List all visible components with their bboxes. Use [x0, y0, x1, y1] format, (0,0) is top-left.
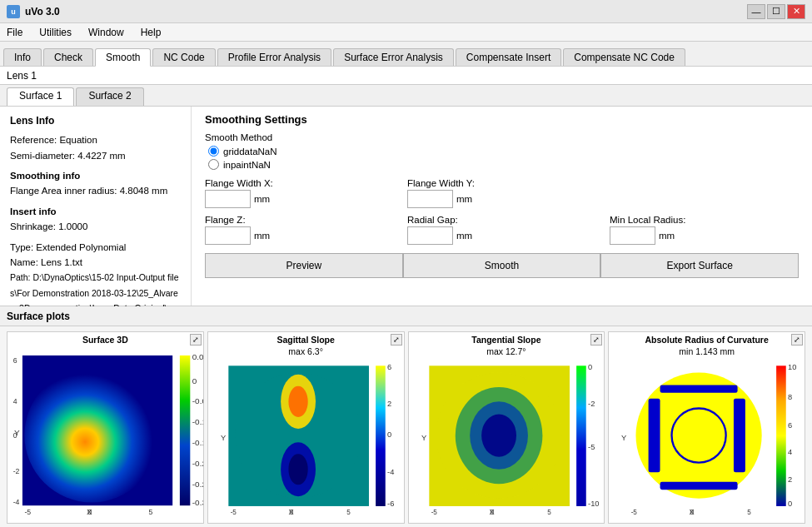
export-surface-button[interactable]: Export Surface — [600, 253, 799, 278]
svg-text:-5: -5 — [431, 510, 437, 517]
svg-text:-4: -4 — [387, 468, 394, 476]
menu-utilities[interactable]: Utilities — [36, 26, 75, 39]
svg-rect-57 — [649, 399, 660, 472]
radio-inpaintNaN[interactable] — [208, 159, 219, 170]
lens-info-heading: Lens Info — [10, 113, 181, 129]
tab-check[interactable]: Check — [43, 48, 93, 66]
svg-text:-0.05: -0.05 — [192, 396, 203, 405]
svg-text:-0.3: -0.3 — [192, 498, 203, 507]
svg-rect-60 — [776, 366, 786, 507]
min-local-radius-group: Min Local Radius: 0 mm — [610, 215, 799, 245]
svg-text:6: 6 — [13, 355, 17, 364]
flange-width-y-input-row: 12 mm — [407, 190, 596, 208]
plot-tangential: ⤢ Tangential Slopemax 12.7° — [408, 331, 605, 524]
flange-width-x-input[interactable]: 12 — [205, 190, 251, 208]
lens-reference: Reference: Equation Semi-diameter: 4.422… — [10, 132, 181, 163]
svg-point-42 — [481, 415, 516, 457]
svg-text:Y: Y — [221, 434, 226, 442]
surface3d-svg: 0.05 0 -0.05 -0.1 -0.15 -0.2 -0.25 -0.3 … — [7, 347, 203, 523]
tab-info[interactable]: Info — [3, 48, 42, 66]
menu-file[interactable]: File — [3, 26, 26, 39]
min-local-radius-unit: mm — [659, 231, 675, 241]
svg-point-59 — [672, 409, 726, 463]
min-local-radius-label: Min Local Radius: — [610, 215, 799, 225]
svg-text:6: 6 — [387, 363, 391, 371]
tab-nccode[interactable]: NC Code — [152, 48, 215, 66]
flange-z-input-row: -0.3 mm — [205, 226, 394, 245]
svg-text:10: 10 — [788, 363, 796, 371]
svg-point-26 — [288, 454, 307, 485]
svg-text:0: 0 — [13, 431, 17, 440]
flange-width-y-group: Flange Width Y: 12 mm — [407, 178, 596, 208]
svg-rect-2 — [180, 355, 190, 505]
window-controls[interactable]: — ☐ ✕ — [747, 4, 805, 19]
tab-compensate-nc[interactable]: Compensate NC Code — [563, 48, 685, 66]
svg-text:6: 6 — [788, 421, 792, 430]
tab-profile-error[interactable]: Profile Error Analysis — [217, 48, 331, 66]
expand-curvature[interactable]: ⤢ — [791, 334, 803, 346]
plot-surface3d: ⤢ Surface 3D — [7, 331, 204, 524]
flange-z-group: Flange Z: -0.3 mm — [205, 215, 394, 245]
insert-info-section: Insert info Shrinkage: 1.0000 — [10, 204, 181, 235]
svg-point-1 — [24, 368, 159, 503]
surface-tab-2[interactable]: Surface 2 — [76, 87, 143, 106]
app-icon: u — [7, 5, 20, 18]
svg-point-24 — [288, 386, 307, 417]
expand-tangential[interactable]: ⤢ — [590, 334, 602, 346]
maximize-button[interactable]: ☐ — [767, 4, 785, 19]
svg-text:0: 0 — [387, 431, 391, 440]
sagittal-body: 6 2 0 -4 -6 X Y -5 0 5 — [208, 358, 404, 523]
smooth-method-label: Smooth Method — [205, 132, 799, 142]
svg-text:-5: -5 — [230, 510, 237, 517]
surface-tab-1[interactable]: Surface 1 — [7, 87, 74, 106]
svg-text:0.05: 0.05 — [192, 352, 203, 361]
bottom-section: Surface plots ⤢ Surface 3D — [0, 306, 812, 527]
app-title: uVo 3.0 — [25, 6, 60, 17]
flange-width-x-input-row: 12 mm — [205, 190, 394, 208]
method-inpaintNaN[interactable]: inpaintNaN — [208, 159, 799, 170]
smooth-method-group: griddataNaN inpaintNaN — [208, 146, 799, 170]
radial-gap-input[interactable]: 0.6 — [407, 226, 453, 245]
svg-text:0: 0 — [490, 510, 494, 517]
flange-z-label: Flange Z: — [205, 215, 394, 225]
svg-text:0: 0 — [788, 500, 792, 508]
svg-text:Y: Y — [621, 434, 626, 442]
svg-text:-0.15: -0.15 — [192, 438, 203, 447]
expand-surface3d[interactable]: ⤢ — [190, 334, 202, 346]
flange-z-input[interactable]: -0.3 — [205, 226, 251, 245]
smoothing-form: Flange Width X: 12 mm Flange Width Y: 12… — [205, 178, 799, 245]
tangential-body: 0 -2 -5 -10 X Y -5 0 5 — [409, 358, 605, 523]
surface-plots-title: Surface plots — [7, 311, 70, 322]
smooth-button[interactable]: Smooth — [403, 253, 601, 278]
close-button[interactable]: ✕ — [787, 4, 805, 19]
surface-tabs: Surface 1 Surface 2 — [0, 85, 812, 107]
tab-smooth[interactable]: Smooth — [95, 48, 151, 67]
radio-griddataNaN[interactable] — [208, 146, 219, 157]
expand-sagittal[interactable]: ⤢ — [391, 334, 402, 346]
shrinkage-label: Shrinkage: 1.0000 — [10, 221, 87, 231]
sagittal-title: Sagittal Slopemax 6.3° — [208, 332, 404, 358]
flange-z-unit: mm — [254, 231, 270, 241]
tab-compensate-insert[interactable]: Compensate Insert — [456, 48, 561, 66]
tangential-svg: 0 -2 -5 -10 X Y -5 0 5 — [409, 358, 605, 523]
plot-sagittal: ⤢ Sagittal Slopemax 6.3° — [207, 331, 405, 524]
svg-text:5: 5 — [149, 508, 153, 516]
svg-text:4: 4 — [788, 449, 792, 457]
flange-width-x-label: Flange Width X: — [205, 178, 394, 188]
menu-help[interactable]: Help — [137, 26, 165, 39]
svg-text:0: 0 — [690, 510, 695, 517]
minimize-button[interactable]: — — [747, 4, 765, 19]
type-label: Type: Extended Polynomial — [10, 242, 126, 252]
preview-button[interactable]: Preview — [205, 253, 403, 278]
flange-width-y-input[interactable]: 12 — [407, 190, 453, 208]
menu-window[interactable]: Window — [85, 26, 127, 39]
semi-diameter-label: Semi-diameter: 4.4227 mm — [10, 151, 126, 161]
method-griddataNaN[interactable]: griddataNaN — [208, 146, 799, 157]
svg-text:5: 5 — [747, 510, 751, 517]
svg-text:-4: -4 — [13, 498, 20, 506]
tab-surface-error[interactable]: Surface Error Analysis — [333, 48, 454, 66]
min-local-radius-input[interactable]: 0 — [610, 226, 655, 245]
radial-gap-group: Radial Gap: 0.6 mm — [407, 215, 596, 245]
smoothing-info-label: Smoothing info — [10, 171, 80, 181]
title-bar-left: u uVo 3.0 — [7, 5, 60, 18]
